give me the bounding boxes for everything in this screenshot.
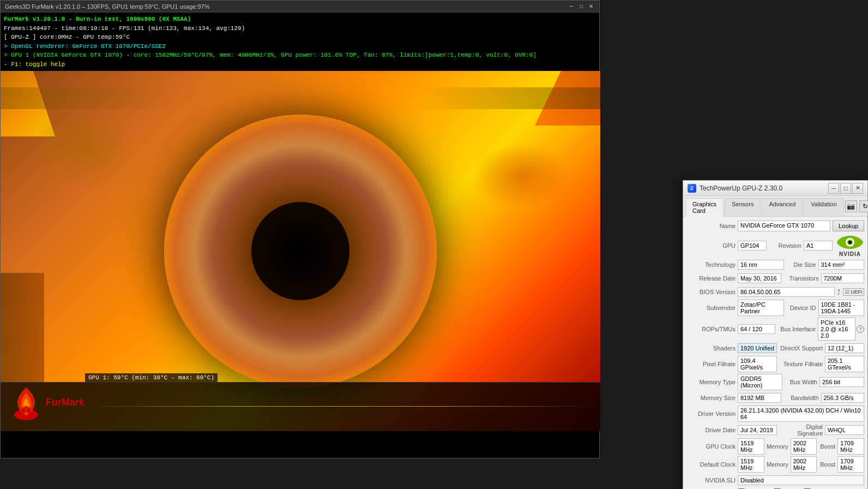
gpu-value: GP104 bbox=[738, 241, 767, 251]
default-boost-label: Boost bbox=[819, 461, 835, 468]
gpuz-app-icon: Z bbox=[688, 184, 696, 193]
furmark-maximize-button[interactable]: □ bbox=[577, 3, 585, 10]
fillrate-row: Pixel Fillrate 109.4 GPixel/s Texture Fi… bbox=[686, 356, 864, 372]
bus-interface-info-icon[interactable]: ? bbox=[857, 325, 864, 333]
gpuz-restore-button[interactable]: □ bbox=[840, 183, 851, 194]
technology-row: Technology 16 nm Die Size 314 mm² bbox=[686, 259, 864, 271]
temperature-text: GPU 1: 59°C (min: 38°C - max: 60°C) bbox=[88, 374, 214, 381]
shaders-directx-row: Shaders 1920 Unified DirectX Support 12 … bbox=[686, 342, 864, 354]
nvidia-eye-icon bbox=[836, 234, 864, 251]
driver-version-label: Driver Version bbox=[686, 410, 736, 417]
name-value: NVIDIA GeForce GTX 1070 bbox=[738, 220, 830, 231]
furmark-line2: Frames:149497 - time:08:19:16 - FPS:131 … bbox=[4, 24, 596, 33]
bus-interface-value: PCIe x16 2.0 @ x16 2.0 bbox=[818, 318, 855, 341]
digital-signature-value: WHQL bbox=[825, 425, 864, 435]
default-clock-row: Default Clock 1519 MHz Memory 2002 MHz B… bbox=[686, 456, 864, 473]
transistors-label: Transistors bbox=[783, 275, 819, 282]
default-memory-label: Memory bbox=[767, 461, 788, 468]
furmark-flame-icon bbox=[11, 385, 41, 420]
tab-advanced[interactable]: Advanced bbox=[762, 198, 803, 216]
gpuz-window-controls: ─ □ ✕ bbox=[828, 183, 863, 194]
die-size-label: Die Size bbox=[786, 261, 816, 268]
driver-date-label: Driver Date bbox=[686, 427, 736, 433]
gpu-name-row: Name NVIDIA GeForce GTX 1070 Lookup bbox=[686, 220, 864, 232]
directx-support-value: 12 (12_1) bbox=[825, 343, 864, 353]
uefi-badge: ☑ UEFI bbox=[843, 288, 864, 296]
gpu-label: GPU bbox=[686, 242, 736, 249]
device-id-label: Device ID bbox=[786, 305, 816, 311]
memory-clock-label: Memory bbox=[767, 443, 788, 450]
camera-icon[interactable]: 📷 bbox=[845, 200, 857, 212]
tab-validation[interactable]: Validation bbox=[804, 198, 844, 216]
furmark-window-controls: ─ □ ✕ bbox=[568, 3, 595, 10]
gpuz-title-left: Z TechPowerUp GPU-Z 2.30.0 bbox=[688, 184, 782, 193]
rops-bus-row: ROPs/TMUs 64 / 120 Bus Interface PCIe x1… bbox=[686, 318, 864, 341]
furmark-line6: - F1: toggle help bbox=[4, 60, 596, 69]
boost-value: 1709 MHz bbox=[837, 438, 864, 455]
bus-width-value: 256 bit bbox=[819, 377, 864, 387]
svg-point-2 bbox=[22, 409, 25, 413]
revision-value: A1 bbox=[804, 241, 833, 251]
transistors-value: 7200M bbox=[821, 273, 865, 283]
furmark-line4: > OpenGL renderer: GeForce GTX 1070/PCIe… bbox=[4, 42, 596, 51]
nvidia-logo-area: NVIDIA bbox=[836, 234, 864, 257]
boost-label: Boost bbox=[819, 443, 835, 450]
memory-type-row: Memory Type GDDR5 (Micron) Bus Width 256… bbox=[686, 374, 864, 390]
rops-tmus-label: ROPs/TMUs bbox=[686, 326, 736, 332]
lookup-button[interactable]: Lookup bbox=[833, 220, 864, 231]
nvidia-sli-label: NVIDIA SLI bbox=[686, 477, 736, 484]
furmark-close-button[interactable]: ✕ bbox=[587, 3, 595, 10]
pixel-fillrate-label: Pixel Fillrate bbox=[686, 361, 736, 367]
revision-label: Revision bbox=[769, 242, 801, 249]
furmark-title-text: Geeks3D FurMark v1.20.1.0 – 130FPS, GPU1… bbox=[5, 3, 210, 10]
subvendor-row: Subvendor Zotac/PC Partner Device ID 10D… bbox=[686, 300, 864, 316]
memory-clock-value: 2002 MHz bbox=[791, 438, 817, 455]
svg-point-6 bbox=[848, 241, 852, 244]
subvendor-label: Subvendor bbox=[686, 305, 736, 311]
nvidia-brand-text: NVIDIA bbox=[839, 251, 861, 257]
gpu-clock-row: GPU Clock 1519 MHz Memory 2002 MHz Boost… bbox=[686, 438, 864, 455]
memory-type-value: GDDR5 (Micron) bbox=[738, 374, 782, 390]
default-clock-label: Default Clock bbox=[686, 461, 736, 468]
shaders-value: 1920 Unified bbox=[738, 343, 777, 353]
bios-version-row: BIOS Version 86.04.50.00.65 ⤴ ☑ UEFI bbox=[686, 286, 864, 298]
bios-version-label: BIOS Version bbox=[686, 289, 736, 295]
gpu-clock-label: GPU Clock bbox=[686, 443, 736, 450]
driver-version-row: Driver Version 26.21.14.3200 (NVIDIA 432… bbox=[686, 405, 864, 422]
gpuz-tabs: Graphics Card Sensors Advanced Validatio… bbox=[683, 196, 867, 217]
technology-value: 16 nm bbox=[738, 260, 784, 270]
tab-sensors[interactable]: Sensors bbox=[725, 198, 761, 216]
rops-tmus-value: 64 / 120 bbox=[738, 324, 775, 334]
digital-signature-label: Digital Signature bbox=[779, 424, 823, 437]
default-boost-value: 1709 MHz bbox=[837, 456, 864, 473]
gpuz-minimize-button[interactable]: ─ bbox=[828, 183, 839, 194]
refresh-icon[interactable]: ↻ bbox=[859, 200, 868, 212]
default-memory-value: 2002 MHz bbox=[791, 456, 817, 473]
device-id-value: 10DE 1B81 - 19DA 1445 bbox=[818, 300, 865, 316]
furmark-info-panel: FurMark v1.20.1.0 - Burn-in test, 1600x9… bbox=[1, 13, 599, 71]
svg-point-3 bbox=[27, 409, 31, 413]
bus-width-label: Bus Width bbox=[785, 379, 817, 385]
texture-fillrate-label: Texture Fillrate bbox=[779, 361, 823, 367]
nvidia-sli-value: Disabled bbox=[738, 475, 864, 485]
bios-version-value: 86.04.50.00.65 bbox=[738, 287, 835, 297]
gpuz-window: Z TechPowerUp GPU-Z 2.30.0 ─ □ ✕ Graphic… bbox=[683, 180, 868, 489]
bandwidth-label: Bandwidth bbox=[783, 395, 819, 401]
gpuz-tab-icons: 📷 ↻ ≡ bbox=[845, 198, 868, 216]
driver-date-value: Jul 24, 2019 bbox=[738, 425, 777, 435]
gpuz-close-button[interactable]: ✕ bbox=[852, 183, 863, 194]
graph-area bbox=[1, 382, 600, 431]
memory-size-label: Memory Size bbox=[686, 395, 736, 401]
die-size-value: 314 mm² bbox=[818, 260, 865, 270]
furmark-minimize-button[interactable]: ─ bbox=[568, 3, 575, 10]
bus-interface-label: Bus Interface bbox=[777, 326, 816, 332]
technology-label: Technology bbox=[686, 261, 736, 268]
furmark-canvas: GPU 1: 59°C (min: 38°C - max: 60°C) FurM… bbox=[1, 71, 600, 431]
driver-version-value: 26.21.14.3200 (NVIDIA 432.00) DCH / Win1… bbox=[738, 405, 864, 422]
temperature-overlay: GPU 1: 59°C (min: 38°C - max: 60°C) bbox=[85, 373, 218, 382]
release-date-label: Release Date bbox=[686, 275, 736, 282]
pixel-fillrate-value: 109.4 GPixel/s bbox=[738, 356, 777, 372]
share-icon[interactable]: ⤴ bbox=[837, 288, 841, 296]
memory-type-label: Memory Type bbox=[686, 379, 736, 385]
tab-graphics-card[interactable]: Graphics Card bbox=[685, 198, 724, 217]
